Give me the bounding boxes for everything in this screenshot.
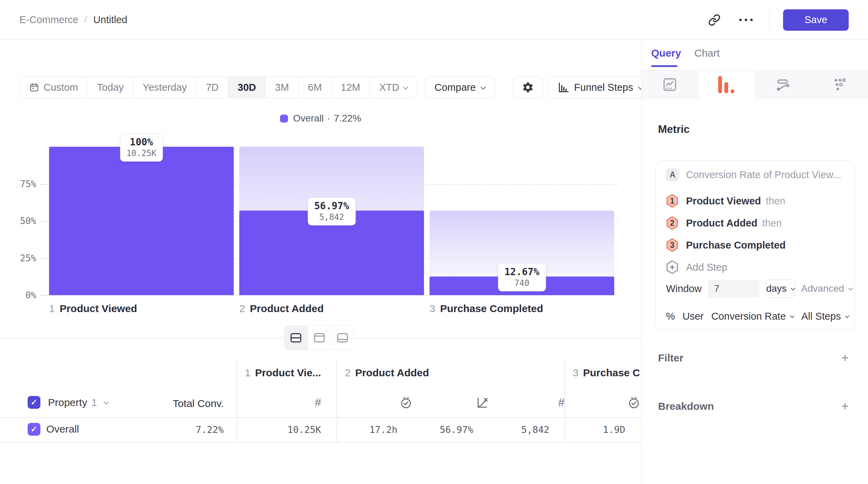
breadcrumb-current[interactable]: Untitled: [93, 14, 127, 26]
measure-entity-toggle[interactable]: User: [683, 311, 704, 322]
table-step1-header: 1 Product Vie...: [245, 367, 321, 379]
select-all-checkbox[interactable]: ✓: [28, 396, 40, 409]
bar-count: 5,842: [314, 212, 349, 222]
measure-format-toggle[interactable]: %: [666, 311, 675, 322]
step-event-name[interactable]: Purchase Completed: [686, 240, 785, 251]
row-name: Overall: [46, 423, 79, 435]
property-header: ✓ Property 1: [28, 396, 108, 409]
cell-step2-count: 5,842: [489, 424, 549, 435]
table-header-border: [0, 417, 641, 418]
range-label: 6M: [308, 82, 322, 93]
chart-type-funnel-tab-selected[interactable]: [698, 70, 755, 99]
cell-step2-time: 17.2h: [337, 424, 397, 435]
step-number-badge: 3: [666, 238, 678, 252]
funnel-plot: 100%10.25K1Product Viewed56.97%5,8422Pro…: [0, 147, 641, 295]
advanced-toggle[interactable]: Advanced: [801, 283, 852, 294]
breadcrumb-parent[interactable]: E-Commerce: [19, 14, 78, 26]
window-unit-select[interactable]: days: [766, 280, 795, 298]
chevron-down-icon: [403, 84, 408, 90]
step-index: 1: [245, 367, 251, 379]
range-7d[interactable]: 7D: [196, 77, 228, 98]
funnel-bar[interactable]: [49, 147, 234, 295]
cell-step1-count: 10.25K: [237, 424, 321, 435]
x-axis-step-label: 2Product Added: [239, 303, 324, 314]
add-step-row[interactable]: + Add Step: [666, 256, 844, 278]
step-number-badge: 2: [666, 216, 678, 230]
measure-scope-label: All Steps: [801, 311, 841, 322]
layout-table-only-button[interactable]: [331, 326, 354, 350]
range-custom[interactable]: Custom: [20, 77, 87, 98]
chart-legend[interactable]: Overall · 7.22%: [0, 113, 641, 124]
panel-tabs: Query Chart: [642, 40, 868, 70]
add-filter-button[interactable]: +: [841, 352, 849, 364]
property-index: 1: [91, 397, 97, 408]
table-step3-header: 3 Purchase C: [573, 367, 640, 379]
add-breakdown-button[interactable]: +: [841, 400, 849, 413]
range-30d-selected[interactable]: 30D: [228, 77, 265, 98]
legend-separator: ·: [327, 113, 330, 124]
metric-title-row[interactable]: A Conversion Rate of Product View...: [666, 167, 844, 182]
query-panel: Query Chart: [641, 40, 868, 484]
table-view-icon: [337, 333, 348, 342]
range-3m[interactable]: 3M: [266, 77, 298, 98]
step-number-badge: 1: [666, 194, 678, 208]
metric-card: A Conversion Rate of Product View... 1 P…: [655, 161, 855, 330]
step-row-3[interactable]: 3 Purchase Completed: [666, 234, 844, 256]
measure-metric-select[interactable]: Conversion Rate: [711, 311, 794, 322]
range-today[interactable]: Today: [87, 77, 133, 98]
chart-type-line-tab[interactable]: [642, 70, 698, 99]
range-label: 3M: [275, 82, 289, 93]
measure-scope-select[interactable]: All Steps: [801, 311, 849, 322]
split-view-icon: [291, 333, 301, 342]
chevron-down-icon: [845, 314, 850, 318]
chart-settings-button[interactable]: [513, 77, 543, 98]
conversion-window-row: Window days Advanced: [666, 280, 844, 298]
range-label: Today: [97, 82, 124, 93]
step-row-2[interactable]: 2 Product Added then: [666, 212, 844, 234]
step-event-name[interactable]: Product Viewed: [686, 195, 761, 207]
range-12m[interactable]: 12M: [331, 77, 369, 98]
step-event-name[interactable]: Product Added: [686, 217, 758, 229]
range-6m[interactable]: 6M: [298, 77, 331, 98]
bar-percent: 12.67%: [504, 266, 539, 278]
chevron-down-icon[interactable]: [104, 399, 109, 404]
chart-type-scatter-tab[interactable]: [812, 70, 868, 99]
range-label: Yesterday: [143, 82, 187, 93]
count-column-icon: #: [237, 396, 321, 410]
step-name: Product Vie...: [255, 367, 321, 379]
step-name: Purchase Completed: [440, 303, 543, 314]
save-button[interactable]: Save: [783, 9, 849, 31]
step-name: Product Viewed: [60, 303, 137, 314]
breakdown-label: Breakdown: [658, 400, 714, 412]
window-value-input[interactable]: [708, 280, 760, 298]
compare-button[interactable]: Compare: [425, 77, 495, 98]
step-row-1[interactable]: 1 Product Viewed then: [666, 190, 844, 212]
table-row-border: [0, 442, 641, 443]
tab-query[interactable]: Query: [651, 47, 681, 59]
chevron-down-icon: [790, 314, 794, 318]
chart-type-flow-tab[interactable]: [755, 70, 812, 99]
layout-chart-only-button[interactable]: [308, 326, 331, 350]
compare-label: Compare: [435, 82, 476, 93]
window-label: Window: [666, 283, 702, 294]
layout-split-button[interactable]: [284, 326, 308, 350]
share-link-button[interactable]: [705, 11, 723, 29]
step-index: 1: [49, 303, 55, 314]
ellipsis-icon: [739, 19, 753, 21]
range-xtd[interactable]: XTD: [370, 77, 417, 98]
cell-step2-rate: 56.97%: [413, 424, 473, 435]
property-label[interactable]: Property: [48, 397, 87, 408]
tab-chart[interactable]: Chart: [694, 47, 720, 59]
range-yesterday[interactable]: Yesterday: [133, 77, 196, 98]
bar-percent: 56.97%: [314, 200, 349, 212]
add-step-label: Add Step: [686, 262, 727, 273]
toolbar: Custom Today Yesterday 7D 30D 3M 6M 12M …: [19, 77, 641, 98]
metric-title: Conversion Rate of Product View...: [686, 169, 841, 181]
x-axis-step-label: 3Purchase Completed: [430, 303, 543, 314]
topbar-divider: [769, 11, 770, 29]
chart-view-selector[interactable]: Funnel Steps: [548, 77, 641, 98]
more-options-button[interactable]: [737, 11, 755, 29]
row-checkbox[interactable]: ✓: [28, 423, 40, 436]
active-tab-underline: [651, 65, 677, 67]
breadcrumb-separator: /: [85, 14, 87, 25]
